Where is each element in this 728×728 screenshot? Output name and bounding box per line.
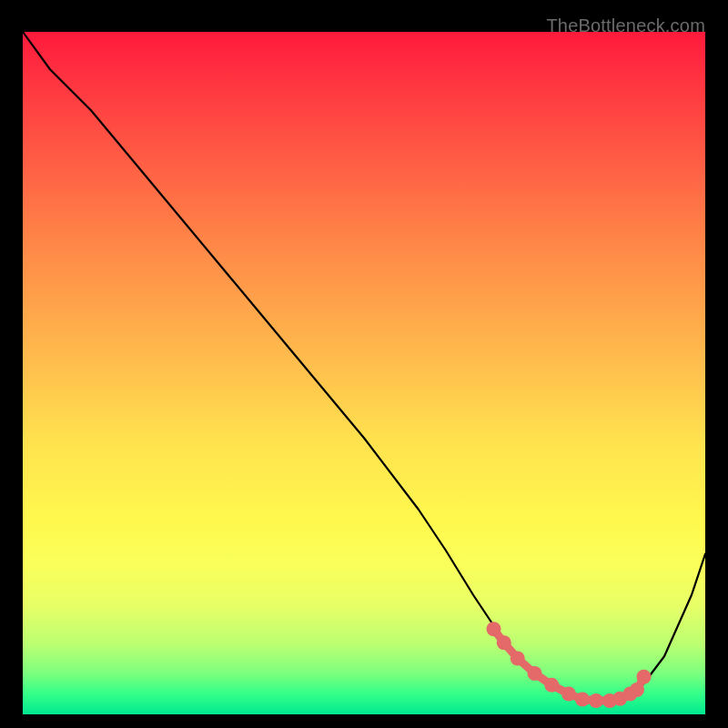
marker-dot xyxy=(487,622,501,636)
bottleneck-valley-markers xyxy=(487,622,652,708)
marker-dot xyxy=(544,678,559,693)
bottleneck-curve xyxy=(23,32,705,701)
marker-dot xyxy=(528,666,542,681)
marker-dot xyxy=(511,652,525,666)
chart-frame: TheBottleneck.com xyxy=(14,14,714,714)
marker-dot xyxy=(637,670,652,684)
marker-dot xyxy=(575,693,590,707)
marker-dot xyxy=(497,635,511,650)
plot-area xyxy=(23,32,705,714)
marker-dot xyxy=(561,687,576,702)
marker-dot xyxy=(589,693,603,708)
marker-dot xyxy=(630,682,644,697)
curve-layer xyxy=(23,32,705,714)
